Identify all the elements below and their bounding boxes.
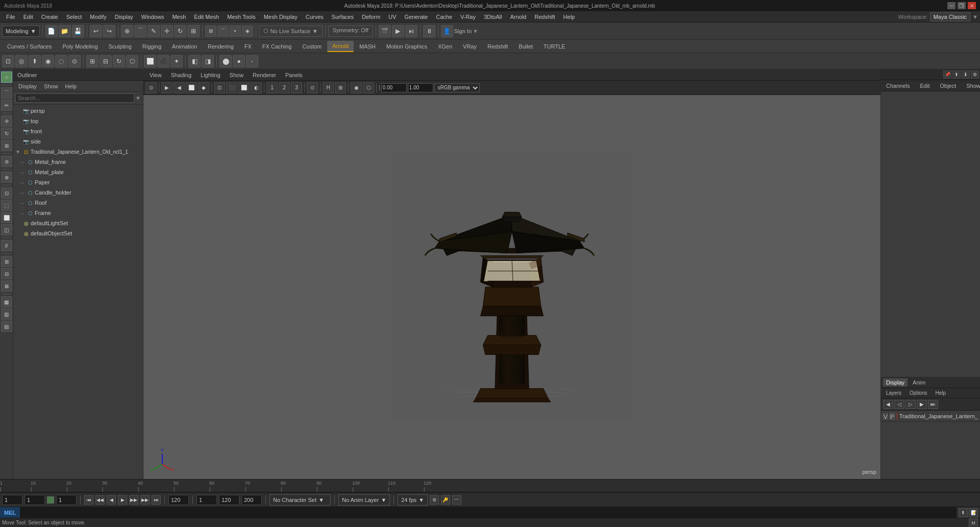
vp-grid-toggle-btn[interactable]: ⊞ <box>335 82 346 93</box>
shelf-btn-5[interactable]: ◌ <box>55 55 67 67</box>
workspace-dropdown-icon[interactable]: ▼ <box>972 14 978 20</box>
prev-frame-btn[interactable]: ◀ <box>107 495 116 505</box>
tab-arnold[interactable]: Arnold <box>327 41 354 52</box>
tab-xgen[interactable]: XGen <box>433 41 457 52</box>
outliner-help-menu[interactable]: Help <box>62 82 80 90</box>
tab-mash[interactable]: MASH <box>354 41 381 52</box>
menu-mesh[interactable]: Mesh <box>168 11 190 22</box>
shelf-btn-17[interactable]: ● <box>233 55 245 67</box>
shelf-btn-13[interactable]: ✦ <box>170 55 183 67</box>
goto-end-btn[interactable]: ⏭ <box>152 495 161 505</box>
layers-menu[interactable]: Layers <box>883 389 904 397</box>
move-tool[interactable]: ✛ <box>1 115 12 127</box>
outliner-top[interactable]: 📷 top <box>13 116 143 126</box>
grid-btn[interactable]: ⊞ <box>1 256 12 267</box>
layer-fwd-btn[interactable]: ▶ <box>917 400 927 409</box>
menu-generate[interactable]: Generate <box>400 11 432 22</box>
vp-light-btn[interactable]: ◐ <box>251 82 262 93</box>
vp-menu-shading[interactable]: Shading <box>167 71 195 79</box>
vp-camera-btn[interactable]: ⊙ <box>145 82 157 93</box>
snap-point-btn[interactable]: • <box>230 26 241 37</box>
minimize-button[interactable]: ─ <box>947 2 955 9</box>
gamma-select[interactable]: sRGB gamma <box>434 83 480 92</box>
play-fwd-btn[interactable]: ▶▶ <box>129 495 138 505</box>
outliner-object-set[interactable]: ◎ defaultObjectSet <box>13 228 143 238</box>
command-input[interactable] <box>20 507 957 518</box>
edge-mode-btn[interactable]: ⬚ <box>1 200 12 211</box>
outliner-candle-holder[interactable]: → ⬡ Candle_holder <box>13 187 143 198</box>
grid4-btn[interactable]: ▦ <box>1 296 12 307</box>
viewport-canvas[interactable]: X Z Y persp <box>143 95 880 479</box>
snap-grid-btn[interactable]: ⊞ <box>205 26 216 37</box>
tab-animation[interactable]: Animation <box>167 41 202 52</box>
outliner-show-menu[interactable]: Show <box>41 82 61 90</box>
tab-sculpting[interactable]: Sculpting <box>104 41 137 52</box>
menu-windows[interactable]: Windows <box>137 11 168 22</box>
layer-playback-toggle[interactable]: P <box>890 413 894 419</box>
snap-curve-btn[interactable]: ⌒ <box>217 26 229 37</box>
ch-tab-channels[interactable]: Channels <box>883 82 913 90</box>
open-scene-btn[interactable]: 📁 <box>59 25 71 37</box>
menu-3dtoall[interactable]: 3DtoAll <box>480 11 506 22</box>
ch-tab-object[interactable]: Object <box>937 82 959 90</box>
no-anim-layer-dropdown[interactable]: No Anim Layer ▼ <box>338 494 390 506</box>
undo-btn[interactable]: ↩ <box>90 25 102 37</box>
vp-menu-lighting[interactable]: Lighting <box>197 71 225 79</box>
vp-wire-btn[interactable]: ⊡ <box>214 82 225 93</box>
paint-btn[interactable]: ✎ <box>148 25 160 37</box>
ipr-btn[interactable]: ▶ <box>392 25 404 37</box>
redo-btn[interactable]: ↪ <box>103 25 115 37</box>
tab-poly-modeling[interactable]: Poly Modeling <box>57 41 103 52</box>
vp-textured-btn[interactable]: ⬜ <box>238 82 250 93</box>
layer-prev-btn[interactable]: ◁ <box>894 400 904 409</box>
save-scene-btn[interactable]: 💾 <box>72 25 84 37</box>
vp-menu-renderer[interactable]: Renderer <box>249 71 280 79</box>
vp-render-btn[interactable]: ▶ <box>161 82 173 93</box>
layer-help-menu[interactable]: Help <box>932 389 949 397</box>
menu-redshift[interactable]: Redshift <box>530 11 559 22</box>
outliner-metal-plate[interactable]: → ⬡ Metal_plate <box>13 167 143 177</box>
outliner-paper[interactable]: → ⬡ Paper <box>13 177 143 187</box>
snap-ruler-btn[interactable]: # <box>1 240 12 251</box>
shelf-btn-11[interactable]: ⬜ <box>144 55 156 67</box>
prev-key-btn[interactable]: ◀◀ <box>95 495 105 505</box>
select-tool[interactable]: ⊹ <box>1 71 12 83</box>
vp-menu-panels[interactable]: Panels <box>281 71 307 79</box>
vp-prev-frame-btn[interactable]: ◀ <box>174 82 185 93</box>
layer-end-btn[interactable]: ⏭ <box>928 400 938 409</box>
menu-help[interactable]: Help <box>559 11 579 22</box>
outliner-metal-frame[interactable]: → ⬡ Metal_frame <box>13 157 143 167</box>
menu-curves[interactable]: Curves <box>302 11 328 22</box>
shelf-btn-18[interactable]: ◦ <box>246 55 258 67</box>
layer-item-default[interactable]: V P Traditional_Japanese_Lantern_ <box>881 411 980 422</box>
lasso-btn[interactable]: ⌒ <box>134 25 146 37</box>
tab-motion-graphics[interactable]: Motion Graphics <box>381 41 432 52</box>
tab-bullet[interactable]: Bullet <box>513 41 538 52</box>
frame-current-field[interactable]: 1 <box>24 495 45 505</box>
vp-solid-btn[interactable]: ⬛ <box>226 82 237 93</box>
shelf-btn-9[interactable]: ↻ <box>113 55 125 67</box>
no-character-set-dropdown[interactable]: No Character Set ▼ <box>270 494 331 506</box>
outliner-search-input[interactable] <box>15 93 134 103</box>
pause-btn[interactable]: ⏸ <box>423 25 435 37</box>
anim-total-field[interactable]: 200 <box>241 495 262 505</box>
grid3-btn[interactable]: ⊠ <box>1 280 12 292</box>
shelf-btn-3[interactable]: ⬆ <box>29 55 41 67</box>
close-button[interactable]: ✕ <box>968 2 976 9</box>
fps-dropdown[interactable]: 24 fps ▼ <box>398 494 428 506</box>
menu-deform[interactable]: Deform <box>358 11 384 22</box>
move-btn[interactable]: ✛ <box>161 25 173 37</box>
menu-arnold[interactable]: Arnold <box>506 11 530 22</box>
scale-tool[interactable]: ⊞ <box>1 140 12 151</box>
vp-key-btn[interactable]: ◆ <box>198 82 209 93</box>
shelf-btn-6[interactable]: ⊙ <box>68 55 81 67</box>
face-mode-btn[interactable]: ⬜ <box>1 212 12 223</box>
sign-in-label[interactable]: Sign In <box>454 28 472 34</box>
layer-tab-anim[interactable]: Anim <box>910 378 928 387</box>
tab-rendering[interactable]: Rendering <box>203 41 239 52</box>
vp-next-frame-btn[interactable]: ⬜ <box>186 82 197 93</box>
tab-fx[interactable]: FX <box>239 41 257 52</box>
menu-modify[interactable]: Modify <box>86 11 110 22</box>
vp-menu-view[interactable]: View <box>145 71 166 79</box>
outliner-lantern-group[interactable]: ▼ ⊡ Traditional_Japanese_Lantern_Old_ncl… <box>13 147 143 157</box>
